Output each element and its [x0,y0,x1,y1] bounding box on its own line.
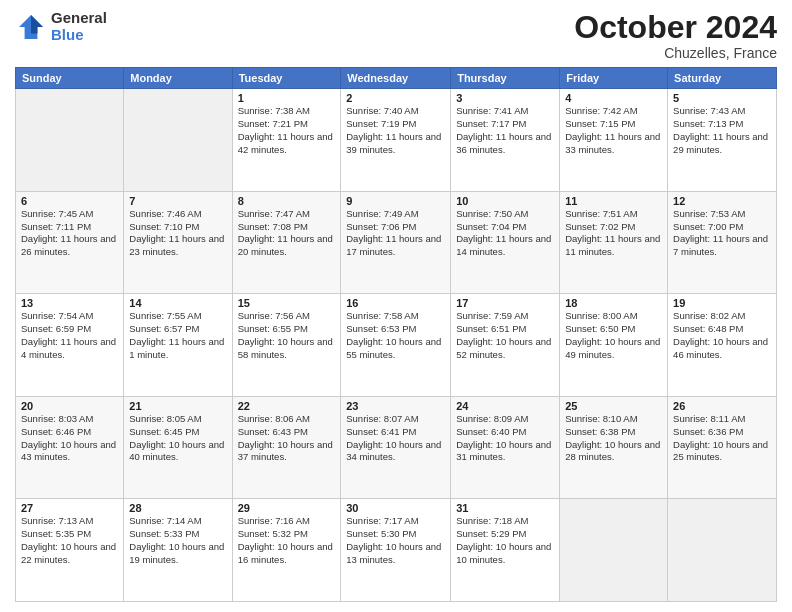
day-number: 26 [673,400,771,412]
table-row [16,89,124,192]
day-info: Sunrise: 7:47 AM Sunset: 7:08 PM Dayligh… [238,208,336,259]
day-info: Sunrise: 7:49 AM Sunset: 7:06 PM Dayligh… [346,208,445,259]
day-info: Sunrise: 7:14 AM Sunset: 5:33 PM Dayligh… [129,515,226,566]
day-info: Sunrise: 7:13 AM Sunset: 5:35 PM Dayligh… [21,515,118,566]
day-info: Sunrise: 7:40 AM Sunset: 7:19 PM Dayligh… [346,105,445,156]
day-number: 6 [21,195,118,207]
table-row: 27Sunrise: 7:13 AM Sunset: 5:35 PM Dayli… [16,499,124,602]
table-row: 23Sunrise: 8:07 AM Sunset: 6:41 PM Dayli… [341,396,451,499]
day-number: 8 [238,195,336,207]
table-row: 19Sunrise: 8:02 AM Sunset: 6:48 PM Dayli… [668,294,777,397]
table-row: 26Sunrise: 8:11 AM Sunset: 6:36 PM Dayli… [668,396,777,499]
logo-text: General Blue [51,10,107,43]
table-row: 31Sunrise: 7:18 AM Sunset: 5:29 PM Dayli… [451,499,560,602]
day-info: Sunrise: 7:54 AM Sunset: 6:59 PM Dayligh… [21,310,118,361]
table-row: 2Sunrise: 7:40 AM Sunset: 7:19 PM Daylig… [341,89,451,192]
calendar-week-row: 6Sunrise: 7:45 AM Sunset: 7:11 PM Daylig… [16,191,777,294]
table-row: 20Sunrise: 8:03 AM Sunset: 6:46 PM Dayli… [16,396,124,499]
day-number: 4 [565,92,662,104]
page: General Blue October 2024 Chuzelles, Fra… [0,0,792,612]
col-sunday: Sunday [16,68,124,89]
table-row: 7Sunrise: 7:46 AM Sunset: 7:10 PM Daylig… [124,191,232,294]
day-info: Sunrise: 7:17 AM Sunset: 5:30 PM Dayligh… [346,515,445,566]
table-row: 5Sunrise: 7:43 AM Sunset: 7:13 PM Daylig… [668,89,777,192]
day-number: 16 [346,297,445,309]
table-row: 17Sunrise: 7:59 AM Sunset: 6:51 PM Dayli… [451,294,560,397]
col-monday: Monday [124,68,232,89]
day-info: Sunrise: 7:55 AM Sunset: 6:57 PM Dayligh… [129,310,226,361]
calendar-week-row: 20Sunrise: 8:03 AM Sunset: 6:46 PM Dayli… [16,396,777,499]
day-number: 15 [238,297,336,309]
table-row: 15Sunrise: 7:56 AM Sunset: 6:55 PM Dayli… [232,294,341,397]
day-info: Sunrise: 7:43 AM Sunset: 7:13 PM Dayligh… [673,105,771,156]
day-info: Sunrise: 8:06 AM Sunset: 6:43 PM Dayligh… [238,413,336,464]
col-saturday: Saturday [668,68,777,89]
table-row: 29Sunrise: 7:16 AM Sunset: 5:32 PM Dayli… [232,499,341,602]
day-number: 30 [346,502,445,514]
table-row: 21Sunrise: 8:05 AM Sunset: 6:45 PM Dayli… [124,396,232,499]
day-number: 17 [456,297,554,309]
table-row: 1Sunrise: 7:38 AM Sunset: 7:21 PM Daylig… [232,89,341,192]
day-number: 12 [673,195,771,207]
table-row: 22Sunrise: 8:06 AM Sunset: 6:43 PM Dayli… [232,396,341,499]
table-row: 16Sunrise: 7:58 AM Sunset: 6:53 PM Dayli… [341,294,451,397]
day-info: Sunrise: 7:56 AM Sunset: 6:55 PM Dayligh… [238,310,336,361]
col-friday: Friday [560,68,668,89]
day-number: 3 [456,92,554,104]
calendar-table: Sunday Monday Tuesday Wednesday Thursday… [15,67,777,602]
header: General Blue October 2024 Chuzelles, Fra… [15,10,777,61]
day-info: Sunrise: 7:18 AM Sunset: 5:29 PM Dayligh… [456,515,554,566]
day-number: 31 [456,502,554,514]
day-number: 14 [129,297,226,309]
day-number: 5 [673,92,771,104]
logo: General Blue [15,10,107,43]
day-number: 19 [673,297,771,309]
calendar-week-row: 27Sunrise: 7:13 AM Sunset: 5:35 PM Dayli… [16,499,777,602]
day-number: 25 [565,400,662,412]
table-row: 28Sunrise: 7:14 AM Sunset: 5:33 PM Dayli… [124,499,232,602]
table-row [668,499,777,602]
table-row [124,89,232,192]
day-info: Sunrise: 7:16 AM Sunset: 5:32 PM Dayligh… [238,515,336,566]
calendar-week-row: 1Sunrise: 7:38 AM Sunset: 7:21 PM Daylig… [16,89,777,192]
day-info: Sunrise: 8:07 AM Sunset: 6:41 PM Dayligh… [346,413,445,464]
table-row: 10Sunrise: 7:50 AM Sunset: 7:04 PM Dayli… [451,191,560,294]
day-number: 2 [346,92,445,104]
day-info: Sunrise: 7:51 AM Sunset: 7:02 PM Dayligh… [565,208,662,259]
day-info: Sunrise: 8:00 AM Sunset: 6:50 PM Dayligh… [565,310,662,361]
day-number: 13 [21,297,118,309]
table-row: 13Sunrise: 7:54 AM Sunset: 6:59 PM Dayli… [16,294,124,397]
day-info: Sunrise: 8:11 AM Sunset: 6:36 PM Dayligh… [673,413,771,464]
col-thursday: Thursday [451,68,560,89]
logo-general: General [51,10,107,27]
month-title: October 2024 [574,10,777,45]
day-info: Sunrise: 7:45 AM Sunset: 7:11 PM Dayligh… [21,208,118,259]
day-number: 9 [346,195,445,207]
day-info: Sunrise: 7:58 AM Sunset: 6:53 PM Dayligh… [346,310,445,361]
day-number: 21 [129,400,226,412]
table-row [560,499,668,602]
title-block: October 2024 Chuzelles, France [574,10,777,61]
day-number: 18 [565,297,662,309]
day-number: 27 [21,502,118,514]
logo-blue: Blue [51,27,107,44]
day-number: 28 [129,502,226,514]
day-info: Sunrise: 7:53 AM Sunset: 7:00 PM Dayligh… [673,208,771,259]
location: Chuzelles, France [574,45,777,61]
table-row: 3Sunrise: 7:41 AM Sunset: 7:17 PM Daylig… [451,89,560,192]
table-row: 14Sunrise: 7:55 AM Sunset: 6:57 PM Dayli… [124,294,232,397]
day-info: Sunrise: 7:46 AM Sunset: 7:10 PM Dayligh… [129,208,226,259]
calendar-week-row: 13Sunrise: 7:54 AM Sunset: 6:59 PM Dayli… [16,294,777,397]
day-number: 11 [565,195,662,207]
day-info: Sunrise: 8:05 AM Sunset: 6:45 PM Dayligh… [129,413,226,464]
day-info: Sunrise: 7:38 AM Sunset: 7:21 PM Dayligh… [238,105,336,156]
table-row: 24Sunrise: 8:09 AM Sunset: 6:40 PM Dayli… [451,396,560,499]
table-row: 11Sunrise: 7:51 AM Sunset: 7:02 PM Dayli… [560,191,668,294]
day-number: 23 [346,400,445,412]
svg-marker-1 [31,15,43,33]
table-row: 12Sunrise: 7:53 AM Sunset: 7:00 PM Dayli… [668,191,777,294]
table-row: 4Sunrise: 7:42 AM Sunset: 7:15 PM Daylig… [560,89,668,192]
table-row: 9Sunrise: 7:49 AM Sunset: 7:06 PM Daylig… [341,191,451,294]
day-info: Sunrise: 8:02 AM Sunset: 6:48 PM Dayligh… [673,310,771,361]
day-number: 10 [456,195,554,207]
